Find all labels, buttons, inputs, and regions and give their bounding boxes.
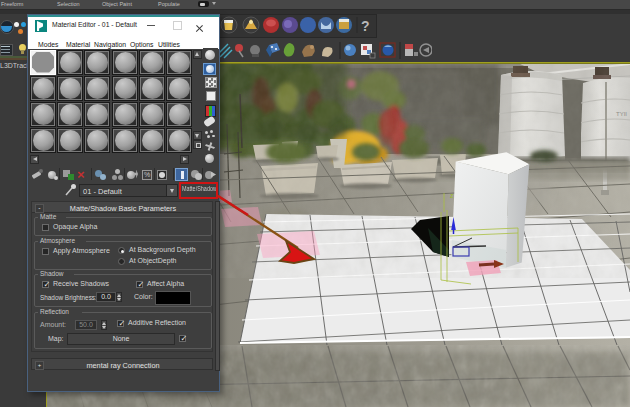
svg-text:z: z xyxy=(450,192,454,199)
svg-text:?: ? xyxy=(361,18,370,34)
